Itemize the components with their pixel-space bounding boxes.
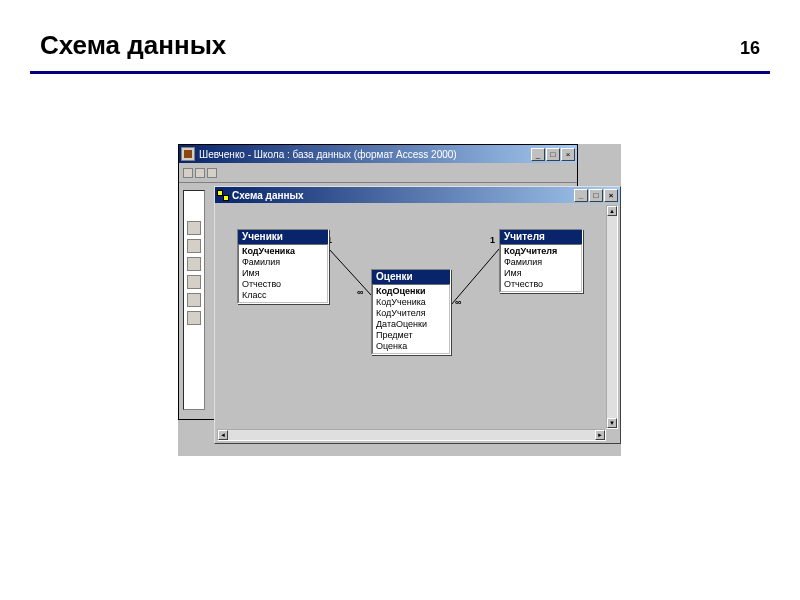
relationships-icon — [217, 189, 229, 201]
field[interactable]: КодУчителя — [376, 308, 446, 319]
field[interactable]: Оценка — [376, 341, 446, 352]
table-fields-teachers: КодУчителя Фамилия Имя Отчество — [500, 244, 582, 292]
field[interactable]: Имя — [242, 268, 324, 279]
field[interactable]: Отчество — [242, 279, 324, 290]
horizontal-scrollbar[interactable]: ◄ ► — [217, 429, 606, 441]
sidebar-icon[interactable] — [187, 293, 201, 307]
table-teachers[interactable]: Учителя КодУчителя Фамилия Имя Отчество — [499, 229, 583, 293]
relationships-title: Схема данных — [232, 190, 304, 201]
access-screenshot: Шевченко - Школа : база данных (формат A… — [178, 144, 621, 456]
table-header-grades: Оценки — [372, 270, 450, 284]
field-primary-key[interactable]: КодОценки — [376, 286, 446, 297]
scroll-down-icon[interactable]: ▼ — [607, 418, 617, 428]
sidebar-icon[interactable] — [187, 311, 201, 325]
relationships-canvas[interactable]: 1 ∞ 1 ∞ Ученики КодУченика Фамилия Имя О… — [217, 205, 606, 429]
field-primary-key[interactable]: КодУченика — [242, 246, 324, 257]
page-title: Схема данных — [40, 30, 226, 61]
header-divider — [30, 71, 770, 74]
minimize-button[interactable]: _ — [574, 189, 588, 202]
scroll-up-icon[interactable]: ▲ — [607, 206, 617, 216]
sidebar-icon[interactable] — [187, 257, 201, 271]
table-header-teachers: Учителя — [500, 230, 582, 244]
toolbar-icon[interactable] — [207, 168, 217, 178]
cardinality-many: ∞ — [455, 297, 461, 307]
access-app-icon — [181, 147, 195, 161]
slide-header: Схема данных 16 — [0, 0, 800, 71]
toolbar-icon[interactable] — [183, 168, 193, 178]
field-primary-key[interactable]: КодУчителя — [504, 246, 578, 257]
scroll-left-icon[interactable]: ◄ — [218, 430, 228, 440]
scroll-right-icon[interactable]: ► — [595, 430, 605, 440]
relationships-window: Схема данных _ □ × 1 ∞ 1 ∞ Ученики КодУч… — [214, 186, 621, 444]
table-header-students: Ученики — [238, 230, 328, 244]
field[interactable]: КодУченика — [376, 297, 446, 308]
field[interactable]: Предмет — [376, 330, 446, 341]
maximize-button[interactable]: □ — [546, 148, 560, 161]
table-grades[interactable]: Оценки КодОценки КодУченика КодУчителя Д… — [371, 269, 451, 355]
field[interactable]: Класс — [242, 290, 324, 301]
table-fields-students: КодУченика Фамилия Имя Отчество Класс — [238, 244, 328, 303]
database-toolbar — [179, 163, 577, 183]
field[interactable]: Имя — [504, 268, 578, 279]
cardinality-many: ∞ — [357, 287, 363, 297]
database-sidebar — [183, 190, 205, 410]
svg-line-0 — [329, 249, 371, 295]
cardinality-one: 1 — [490, 235, 495, 245]
vertical-scrollbar[interactable]: ▲ ▼ — [606, 205, 618, 429]
field[interactable]: ДатаОценки — [376, 319, 446, 330]
field[interactable]: Фамилия — [242, 257, 324, 268]
table-students[interactable]: Ученики КодУченика Фамилия Имя Отчество … — [237, 229, 329, 304]
field[interactable]: Фамилия — [504, 257, 578, 268]
table-fields-grades: КодОценки КодУченика КодУчителя ДатаОцен… — [372, 284, 450, 354]
toolbar-icon[interactable] — [195, 168, 205, 178]
close-button[interactable]: × — [604, 189, 618, 202]
close-button[interactable]: × — [561, 148, 575, 161]
database-title: Шевченко - Школа : база данных (формат A… — [199, 149, 530, 160]
sidebar-icon[interactable] — [187, 239, 201, 253]
database-titlebar[interactable]: Шевченко - Школа : база данных (формат A… — [179, 145, 577, 163]
sidebar-icon[interactable] — [187, 221, 201, 235]
sidebar-icon[interactable] — [187, 275, 201, 289]
relationships-titlebar[interactable]: Схема данных _ □ × — [215, 187, 620, 203]
minimize-button[interactable]: _ — [531, 148, 545, 161]
field[interactable]: Отчество — [504, 279, 578, 290]
resize-grip[interactable] — [606, 429, 618, 441]
maximize-button[interactable]: □ — [589, 189, 603, 202]
page-number: 16 — [740, 38, 760, 59]
